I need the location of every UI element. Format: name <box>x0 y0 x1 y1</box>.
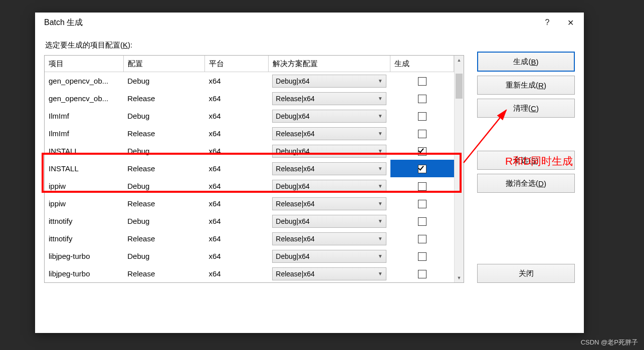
cell-build <box>390 142 454 160</box>
chevron-down-icon: ▼ <box>378 271 383 276</box>
table-row[interactable]: ittnotifyDebugx64Debug|x64▼ <box>45 212 454 230</box>
cell-solution: Release|x64▼ <box>268 90 390 107</box>
scroll-down-icon[interactable]: ▼ <box>455 273 464 282</box>
cell-build <box>390 212 454 230</box>
solution-combo[interactable]: Release|x64▼ <box>272 267 386 280</box>
scroll-up-icon[interactable]: ▲ <box>455 56 464 65</box>
cell-platform: x64 <box>204 160 268 177</box>
table-row[interactable]: IlmImfDebugx64Debug|x64▼ <box>45 107 454 125</box>
cell-platform: x64 <box>204 125 268 142</box>
clean-button[interactable]: 清理(C) <box>477 99 575 118</box>
prompt-label: 选定要生成的项目配置(K): <box>45 41 464 50</box>
cell-platform: x64 <box>204 142 268 160</box>
cell-project: ittnotify <box>45 230 123 247</box>
cell-solution: Release|x64▼ <box>268 195 390 212</box>
cell-build <box>390 107 454 125</box>
table-row[interactable]: ippiwReleasex64Release|x64▼ <box>45 195 454 212</box>
table-row[interactable]: gen_opencv_ob...Debugx64Debug|x64▼ <box>45 72 454 90</box>
cell-build <box>390 90 454 107</box>
cell-solution: Debug|x64▼ <box>268 247 390 265</box>
table-row[interactable]: libjpeg-turboReleasex64Release|x64▼ <box>45 265 454 282</box>
build-checkbox[interactable] <box>418 95 426 103</box>
chevron-down-icon: ▼ <box>378 253 383 259</box>
cell-config: Debug <box>123 142 204 160</box>
cell-config: Release <box>123 160 204 177</box>
col-solution[interactable]: 解决方案配置 <box>268 56 390 72</box>
table-row[interactable]: INSTALLDebugx64Debug|x64▼ <box>45 142 454 160</box>
cell-project: IlmImf <box>45 125 123 142</box>
chevron-down-icon: ▼ <box>378 201 383 206</box>
col-project[interactable]: 项目 <box>45 56 123 72</box>
cell-build <box>390 230 454 247</box>
cell-project: ippiw <box>45 177 123 195</box>
cell-build <box>390 160 454 177</box>
solution-combo[interactable]: Release|x64▼ <box>272 92 386 105</box>
build-checkbox[interactable] <box>418 130 426 138</box>
solution-combo[interactable]: Release|x64▼ <box>272 197 386 210</box>
close-dialog-button[interactable]: 关闭 <box>477 264 575 283</box>
solution-combo[interactable]: Debug|x64▼ <box>272 215 386 228</box>
build-checkbox[interactable] <box>418 77 426 86</box>
titlebar: Batch 生成 ? ✕ <box>35 13 584 33</box>
cell-platform: x64 <box>204 212 268 230</box>
build-checkbox[interactable] <box>418 217 426 226</box>
solution-combo[interactable]: Debug|x64▼ <box>272 145 386 158</box>
cell-solution: Debug|x64▼ <box>268 177 390 195</box>
solution-combo[interactable]: Debug|x64▼ <box>272 110 386 123</box>
build-checkbox[interactable] <box>418 252 426 261</box>
build-checkbox[interactable] <box>418 235 426 243</box>
solution-combo[interactable]: Debug|x64▼ <box>272 180 386 193</box>
col-platform[interactable]: 平台 <box>204 56 268 72</box>
table-row[interactable]: IlmImfReleasex64Release|x64▼ <box>45 125 454 142</box>
build-checkbox[interactable] <box>418 147 426 156</box>
solution-combo[interactable]: Release|x64▼ <box>272 162 386 175</box>
cell-platform: x64 <box>204 90 268 107</box>
annotation-text: R和D同时生成 <box>505 154 573 168</box>
scroll-thumb[interactable] <box>456 74 463 99</box>
config-table[interactable]: 项目 配置 平台 解决方案配置 生成 gen_opencv_ob...Debug… <box>45 56 454 282</box>
watermark: CSDN @老P死胖子 <box>581 338 638 347</box>
build-checkbox[interactable] <box>418 112 426 121</box>
cell-platform: x64 <box>204 177 268 195</box>
dialog-title: Batch 生成 <box>44 18 536 28</box>
cell-build <box>390 125 454 142</box>
solution-combo[interactable]: Release|x64▼ <box>272 232 386 245</box>
table-row[interactable]: INSTALLReleasex64Release|x64▼ <box>45 160 454 177</box>
chevron-down-icon: ▼ <box>378 78 383 84</box>
cell-solution: Release|x64▼ <box>268 230 390 247</box>
cell-project: gen_opencv_ob... <box>45 90 123 107</box>
cell-config: Release <box>123 195 204 212</box>
help-button[interactable]: ? <box>536 15 559 31</box>
cell-config: Debug <box>123 212 204 230</box>
table-row[interactable]: ippiwDebugx64Debug|x64▼ <box>45 177 454 195</box>
deselect-all-button[interactable]: 撤消全选(D) <box>477 174 575 193</box>
cell-platform: x64 <box>204 107 268 125</box>
build-checkbox[interactable] <box>418 270 426 278</box>
cell-config: Debug <box>123 177 204 195</box>
cell-project: gen_opencv_ob... <box>45 72 123 90</box>
cell-solution: Debug|x64▼ <box>268 212 390 230</box>
cell-config: Release <box>123 230 204 247</box>
chevron-down-icon: ▼ <box>378 131 383 136</box>
build-button[interactable]: 生成(B) <box>477 52 575 72</box>
cell-project: IlmImf <box>45 107 123 125</box>
build-checkbox[interactable] <box>418 182 426 191</box>
rebuild-button[interactable]: 重新生成(R) <box>477 76 575 95</box>
solution-combo[interactable]: Debug|x64▼ <box>272 75 386 88</box>
close-button[interactable]: ✕ <box>559 15 582 31</box>
build-checkbox[interactable] <box>418 200 426 208</box>
table-row[interactable]: libjpeg-turboDebugx64Debug|x64▼ <box>45 247 454 265</box>
cell-config: Debug <box>123 247 204 265</box>
col-config[interactable]: 配置 <box>123 56 204 72</box>
build-checkbox[interactable] <box>418 165 426 173</box>
solution-combo[interactable]: Debug|x64▼ <box>272 250 386 263</box>
chevron-down-icon: ▼ <box>378 236 383 241</box>
cell-platform: x64 <box>204 195 268 212</box>
scrollbar[interactable]: ▲ ▼ <box>454 56 464 282</box>
cell-project: ippiw <box>45 195 123 212</box>
solution-combo[interactable]: Release|x64▼ <box>272 127 386 140</box>
chevron-down-icon: ▼ <box>378 96 383 101</box>
table-row[interactable]: ittnotifyReleasex64Release|x64▼ <box>45 230 454 247</box>
col-build[interactable]: 生成 <box>390 56 454 72</box>
table-row[interactable]: gen_opencv_ob...Releasex64Release|x64▼ <box>45 90 454 107</box>
